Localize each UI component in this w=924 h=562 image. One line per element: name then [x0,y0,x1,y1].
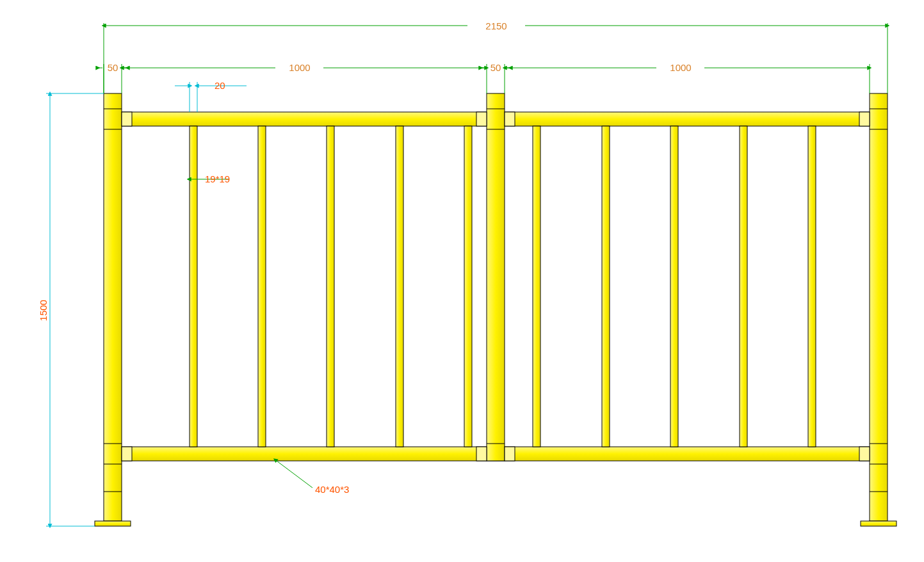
joint-cover [505,447,515,461]
pickets-right [533,126,816,447]
structure [95,93,896,526]
dim-breakdown: 50 1000 50 1000 [96,62,870,93]
svg-rect-7 [670,126,678,447]
svg-rect-28 [122,112,132,126]
svg-rect-2 [327,126,334,447]
dim-1000b: 1000 [670,62,691,73]
svg-rect-29 [859,112,870,126]
svg-rect-3 [396,126,403,447]
svg-line-58 [277,461,312,488]
joint-cover [476,447,487,461]
svg-rect-21 [870,93,888,521]
svg-rect-27 [861,521,896,526]
dim-50-mid: 50 [490,62,501,73]
dim-2150-label: 2150 [485,20,507,31]
svg-rect-0 [190,126,197,447]
svg-rect-5 [533,126,540,447]
svg-rect-30 [122,447,132,461]
svg-rect-16 [95,521,131,526]
joint-cover [505,112,515,126]
svg-rect-1 [258,126,266,447]
svg-rect-17 [487,93,505,461]
dim-1500-label: 1500 [38,300,49,321]
dim-50-left: 50 [108,62,118,73]
callout-rail-spec: 40*40*3 [277,461,349,495]
railing-drawing: 2150 50 1000 50 1000 20 1500 19*19 40*40… [0,0,924,562]
svg-rect-8 [740,126,747,447]
svg-rect-9 [808,126,816,447]
svg-rect-4 [464,126,472,447]
pickets-left [190,126,472,447]
post-left [95,93,131,526]
svg-rect-6 [602,126,610,447]
picket-spec-label: 19*19 [205,173,230,184]
dim-1000a: 1000 [289,62,310,73]
dim-height-1500: 1500 [38,93,104,526]
dim-20-label: 20 [215,80,225,91]
post-middle [487,93,505,461]
dim-picket-20: 20 [175,80,247,112]
rail-spec-label: 40*40*3 [315,484,349,495]
svg-rect-10 [104,93,122,521]
post-right [861,93,896,526]
svg-rect-31 [859,447,870,461]
joint-cover [476,112,487,126]
